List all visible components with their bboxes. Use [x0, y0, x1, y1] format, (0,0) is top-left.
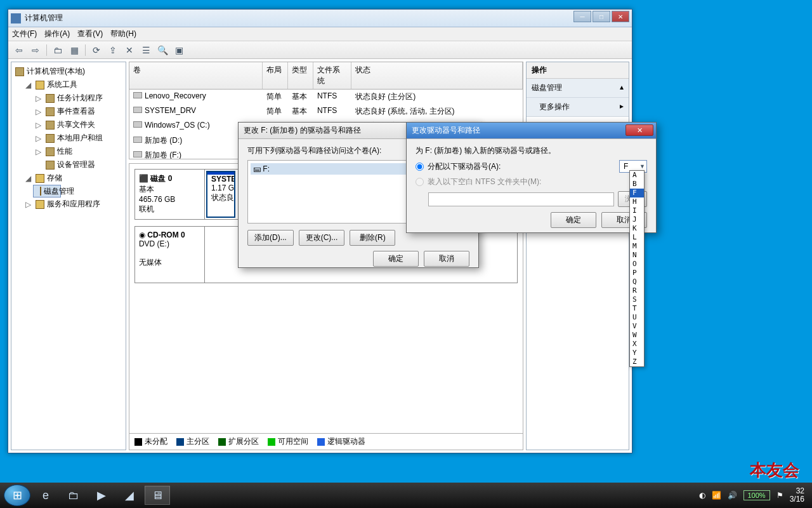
- letter-option[interactable]: I: [630, 206, 644, 215]
- radio-mount-input: [416, 178, 424, 186]
- letter-option[interactable]: A: [630, 171, 644, 180]
- tree-eventviewer[interactable]: ▷事件查看器: [33, 105, 124, 118]
- detail-icon[interactable]: 🔍: [155, 43, 169, 57]
- battery-indicator[interactable]: 100%: [743, 490, 770, 500]
- letter-option[interactable]: B: [630, 180, 644, 189]
- refresh-icon[interactable]: ⟳: [89, 43, 103, 57]
- letter-option[interactable]: S: [630, 295, 644, 304]
- mgmt-taskbar-icon[interactable]: 🖥: [145, 486, 170, 505]
- toolbar: ⇦ ⇨ 🗀 ▦ ⟳ ⇪ ✕ ☰ 🔍 ▣: [8, 41, 632, 59]
- letter-option[interactable]: Z: [630, 358, 644, 366]
- col-fs[interactable]: 文件系统: [313, 62, 351, 89]
- dialog2-titlebar[interactable]: 更改驱动器号和路径 ✕: [407, 123, 656, 139]
- letter-option[interactable]: Y: [630, 349, 644, 358]
- taskbar: ⊞ e 🗀 ▶ ◢ 🖥 ◐ 📶 🔊 100% ⚑ 323/16: [0, 483, 812, 508]
- letter-option[interactable]: W: [630, 331, 644, 340]
- close-button[interactable]: ✕: [612, 11, 629, 22]
- dialog2-ok-button[interactable]: 确定: [551, 212, 596, 228]
- letter-option[interactable]: T: [630, 304, 644, 313]
- tree-perf[interactable]: ▷性能: [33, 145, 124, 158]
- menu-help[interactable]: 帮助(H): [110, 29, 136, 39]
- volume-header: 卷 布局 类型 文件系统 状态: [129, 62, 523, 90]
- letter-option[interactable]: P: [630, 269, 644, 277]
- watermark: 本友会: [750, 459, 799, 481]
- nav-tree[interactable]: 计算机管理(本地) ◢系统工具 ▷任务计划程序 ▷事件查看器 ▷共享文件夹 ▷本…: [11, 62, 126, 450]
- export-icon[interactable]: ⇪: [106, 43, 120, 57]
- letter-option[interactable]: O: [630, 260, 644, 269]
- col-layout[interactable]: 布局: [263, 62, 288, 89]
- tree-users[interactable]: ▷本地用户和组: [33, 131, 124, 145]
- letter-option[interactable]: N: [630, 251, 644, 260]
- partition[interactable]: SYSTE1.17 G状态良: [206, 171, 235, 218]
- menu-file[interactable]: 文件(F): [12, 29, 37, 39]
- letter-option[interactable]: M: [630, 242, 644, 251]
- help-icon[interactable]: ▣: [172, 43, 186, 57]
- tree-storage[interactable]: ◢存储: [23, 171, 124, 185]
- forward-icon[interactable]: ⇨: [29, 43, 43, 57]
- volume-icon[interactable]: 🔊: [728, 491, 737, 500]
- letter-option[interactable]: V: [630, 322, 644, 331]
- titlebar[interactable]: 计算机管理 ─ □ ✕: [8, 10, 632, 27]
- change-button[interactable]: 更改(C)...: [299, 230, 345, 246]
- back-icon[interactable]: ⇦: [12, 43, 26, 57]
- explorer-icon[interactable]: 🗀: [61, 486, 86, 505]
- media-icon[interactable]: ▶: [89, 486, 114, 505]
- actions-header: 操作: [527, 62, 629, 79]
- flag-icon[interactable]: ⚑: [776, 491, 783, 500]
- add-button[interactable]: 添加(D)...: [247, 230, 294, 246]
- tree-services[interactable]: ▷服务和应用程序: [23, 197, 124, 211]
- tree-devmgr[interactable]: 设备管理器: [33, 158, 124, 171]
- cancel-button[interactable]: 取消: [424, 251, 469, 267]
- table-row[interactable]: Lenovo_Recovery简单基本NTFS状态良好 (主分区): [129, 90, 523, 104]
- dialog2-msg: 为 F: (新加卷) 输入新的驱动器号或路径。: [416, 145, 647, 156]
- tree-root[interactable]: 计算机管理(本地): [13, 65, 124, 78]
- actions-pane: 操作 磁盘管理▴ 更多操作▸: [526, 62, 629, 450]
- ok-button[interactable]: 确定: [373, 251, 419, 267]
- tree-diskmgmt[interactable]: 磁盘管理: [33, 185, 61, 197]
- tree-shared[interactable]: ▷共享文件夹: [33, 118, 124, 131]
- radio-mount-folder[interactable]: 装入以下空白 NTFS 文件夹中(M):: [416, 177, 647, 187]
- up-icon[interactable]: 🗀: [51, 43, 65, 57]
- letter-option[interactable]: F: [630, 189, 644, 197]
- col-status[interactable]: 状态: [351, 62, 523, 89]
- col-volume[interactable]: 卷: [129, 62, 263, 89]
- ie-icon[interactable]: e: [33, 486, 58, 505]
- start-button[interactable]: ⊞: [4, 485, 30, 506]
- network-icon[interactable]: 📶: [712, 491, 721, 500]
- letter-option[interactable]: R: [630, 286, 644, 295]
- menu-action[interactable]: 操作(A): [44, 29, 70, 39]
- app-icon: [11, 13, 21, 23]
- tray-icon[interactable]: ◐: [699, 491, 705, 500]
- delete-icon[interactable]: ✕: [122, 43, 136, 57]
- letter-dropdown-list[interactable]: ABFHIJKLMNOPQRSTUVWXYZ: [629, 170, 645, 367]
- list-icon[interactable]: ☰: [139, 43, 153, 57]
- letter-option[interactable]: H: [630, 197, 644, 206]
- radio-assign-letter[interactable]: 分配以下驱动器号(A): F▼: [416, 160, 647, 173]
- actions-group[interactable]: 磁盘管理▴: [527, 79, 629, 98]
- minimize-button[interactable]: ─: [573, 11, 591, 22]
- menu-view[interactable]: 查看(V): [77, 29, 103, 39]
- letter-option[interactable]: L: [630, 233, 644, 242]
- tree-systools[interactable]: ◢系统工具: [23, 78, 124, 91]
- clock[interactable]: 323/16: [790, 487, 804, 504]
- letter-option[interactable]: U: [630, 313, 644, 322]
- table-row[interactable]: SYSTEM_DRV简单基本NTFS状态良好 (系统, 活动, 主分区): [129, 104, 523, 119]
- tree-scheduler[interactable]: ▷任务计划程序: [33, 91, 124, 105]
- props-icon[interactable]: ▦: [67, 43, 81, 57]
- folder-path-input: [428, 192, 614, 206]
- radio-assign-input[interactable]: [416, 163, 424, 171]
- letter-option[interactable]: K: [630, 224, 644, 233]
- letter-option[interactable]: J: [630, 215, 644, 224]
- letter-option[interactable]: X: [630, 340, 644, 349]
- cdrom-info: ◉ CD-ROM 0 DVD (E:) 无媒体: [135, 227, 205, 283]
- col-type[interactable]: 类型: [288, 62, 313, 89]
- letter-option[interactable]: Q: [630, 277, 644, 286]
- actions-more[interactable]: 更多操作▸: [527, 98, 629, 117]
- app-icon-1[interactable]: ◢: [117, 486, 142, 505]
- legend: 未分配 主分区 扩展分区 可用空间 逻辑驱动器: [129, 434, 523, 450]
- maximize-button[interactable]: □: [593, 11, 610, 22]
- remove-button[interactable]: 删除(R): [350, 230, 395, 246]
- dialog2-close-button[interactable]: ✕: [625, 124, 653, 136]
- assign-letter-dialog: 更改驱动器号和路径 ✕ 为 F: (新加卷) 输入新的驱动器号或路径。 分配以下…: [406, 122, 657, 233]
- system-tray[interactable]: ◐ 📶 🔊 100% ⚑ 323/16: [699, 487, 809, 504]
